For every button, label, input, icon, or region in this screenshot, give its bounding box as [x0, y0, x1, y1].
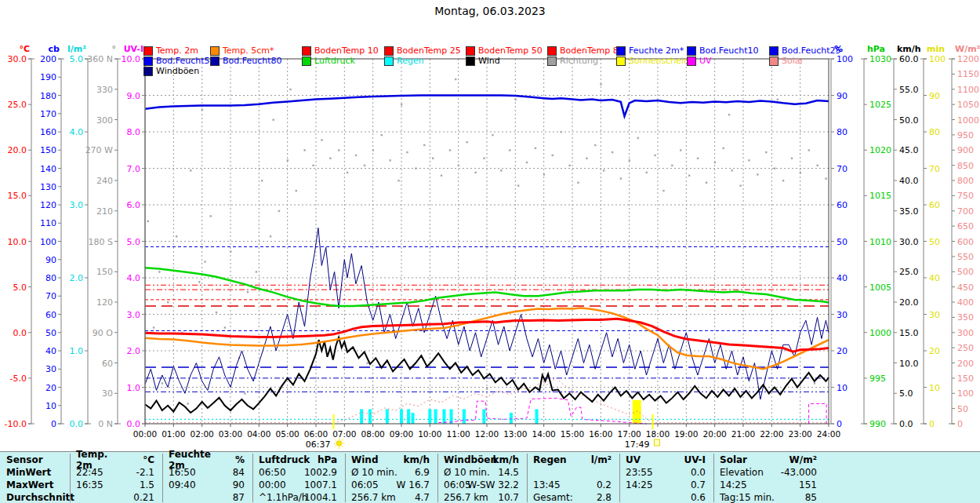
- legend-label: Bod.Feucht25: [782, 46, 841, 56]
- time-label: 22:00: [760, 429, 783, 439]
- axis-tick-label: 1200: [957, 54, 979, 64]
- axis-tick-label: 50: [837, 237, 848, 247]
- axis-tick-label: 300: [957, 328, 974, 338]
- axis-km/h: [891, 59, 897, 424]
- richtung-dot: [289, 89, 291, 90]
- legend-color-swatch: [143, 67, 153, 76]
- table-separator: [70, 454, 71, 502]
- sun-ray: [336, 446, 337, 447]
- time-label: 17:00: [618, 429, 641, 439]
- axis-tick-label: 140: [40, 164, 56, 174]
- table-value: 0.2: [556, 479, 612, 491]
- table-separator: [713, 454, 714, 502]
- axis-UV-I: [142, 59, 148, 424]
- legend-label: Bod.Feucht10: [699, 46, 759, 56]
- table-value: 10.7: [466, 491, 519, 503]
- axis-tick-label: 240: [96, 176, 113, 186]
- axis-tick-label: 450: [957, 282, 974, 293]
- richtung-dot: [782, 180, 784, 181]
- legend-item-bodentemp-50: BodenTemp 50: [466, 46, 543, 56]
- axis-tick-label: 0.0: [70, 419, 84, 429]
- legend-label: Bod.Feucht80: [223, 56, 282, 66]
- rain-bar: [386, 409, 389, 424]
- legend-label: Wind: [478, 56, 500, 66]
- legend-label: BodenTemp 50: [478, 46, 543, 56]
- legend-label: BodenTemp 80: [560, 46, 624, 56]
- richtung-dot: [706, 182, 707, 184]
- rain-bar: [463, 409, 466, 424]
- axis-tick-label: 60: [929, 200, 940, 210]
- table-col-unit: hPa: [291, 454, 337, 466]
- axis-tick-label: 10: [45, 401, 56, 411]
- axis-tick-label: 300: [96, 115, 113, 126]
- axis-tick-label: 30: [837, 310, 848, 320]
- legend-label: BodenTemp 10: [314, 46, 379, 56]
- richtung-dot: [697, 158, 699, 159]
- richtung-dot: [270, 235, 271, 237]
- axis-tick-label: -10.0: [5, 419, 27, 429]
- axis-tick-label: 20.0: [8, 145, 27, 155]
- richtung-dot: [662, 190, 664, 191]
- richtung-dot: [612, 151, 613, 153]
- richtung-dot: [748, 159, 750, 161]
- axis-tick-label: 10.0: [899, 359, 919, 369]
- sunshine-bars: [633, 400, 641, 424]
- axis-tick-label: 70: [929, 164, 940, 174]
- axis-tick-label: 800: [957, 176, 974, 186]
- axis-tick-label: 10.0: [122, 54, 141, 64]
- axis-tick-label: 100: [929, 54, 946, 64]
- legend-label: Temp. 5cm*: [223, 46, 274, 56]
- richtung-dot: [586, 158, 587, 159]
- table-row-label: MinWert: [6, 466, 69, 479]
- table-value: 14.5: [466, 466, 519, 479]
- axis-tick-label: 0.0: [127, 419, 141, 429]
- axis-tick-label: 40: [45, 346, 56, 356]
- rain-bar: [412, 413, 415, 424]
- axis-tick-label: 1.0: [127, 383, 141, 393]
- richtung-dot: [688, 175, 690, 177]
- table-separator: [252, 454, 253, 502]
- axis-tick-label: 2.0: [70, 273, 84, 283]
- table-col-unit: UV-I: [659, 454, 706, 466]
- axis-tick-label: 30: [929, 310, 940, 320]
- table-value: 1002.9: [281, 466, 337, 479]
- axis-W/m²: [949, 59, 955, 424]
- legend-item-uv: UV: [687, 56, 712, 66]
- sunrise-time: 06:37: [306, 439, 331, 450]
- richtung-dot: [278, 210, 280, 212]
- time-label: 21:00: [731, 429, 755, 439]
- axis-tick-label: 10: [837, 383, 848, 393]
- richtung-dot: [287, 159, 289, 161]
- time-label: 08:00: [361, 429, 385, 439]
- axis-min: [920, 59, 927, 424]
- time-label: 11:00: [447, 429, 470, 439]
- table-value: 151: [750, 479, 817, 491]
- richtung-dot: [765, 151, 767, 153]
- richtung-dot: [366, 363, 368, 364]
- weather-app-window: Montag, 06.03.2023 Temp. 2mTemp. 5cm*Bod…: [0, 0, 980, 503]
- table-value: 0.0: [649, 466, 706, 479]
- axis-tick-label: 20: [45, 383, 56, 393]
- axis-tick-label: 60: [45, 310, 56, 320]
- table-value: -43.000: [750, 466, 817, 479]
- axis-°: [114, 59, 121, 424]
- axis-tick-label: 1030: [869, 54, 891, 64]
- richtung-dot: [315, 377, 317, 379]
- richtung-dot: [256, 271, 257, 272]
- legend-color-swatch: [616, 56, 626, 66]
- richtung-dot: [210, 215, 212, 217]
- richtung-dot: [261, 180, 263, 181]
- axis-tick-label: 20.0: [899, 297, 919, 308]
- axis-tick-label: 600: [957, 237, 974, 247]
- legend-color-swatch: [143, 56, 153, 66]
- rain-bar: [368, 409, 372, 424]
- richtung-dot: [486, 388, 488, 389]
- legend-label: Feuchte 2m*: [629, 46, 684, 56]
- legend-color-swatch: [384, 46, 394, 56]
- axis-tick-label: 10.0: [8, 237, 27, 247]
- table-value: [556, 466, 612, 479]
- legend-color-swatch: [210, 46, 220, 56]
- axis-tick-label: 50: [929, 237, 940, 247]
- legend-label: Regen: [397, 56, 424, 66]
- legend-item-bodentemp-10: BodenTemp 10: [302, 46, 379, 56]
